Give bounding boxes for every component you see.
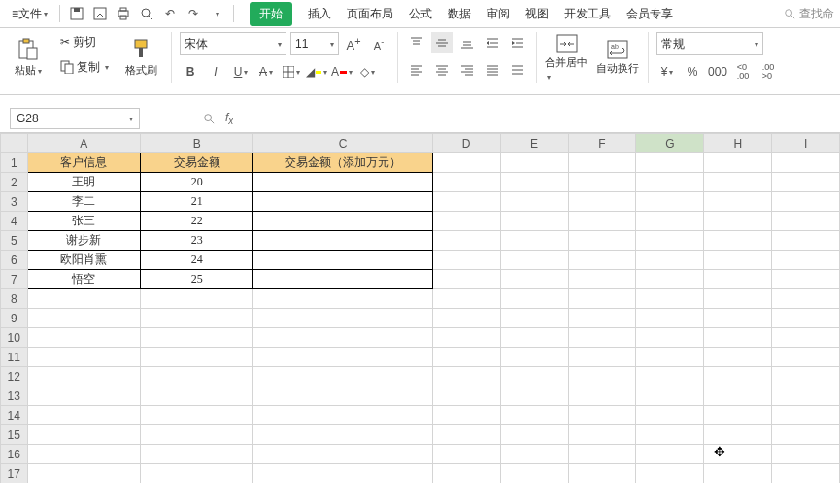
cell-A16[interactable] (27, 445, 140, 464)
cell-D15[interactable] (432, 425, 500, 445)
fx-icon[interactable]: fx (225, 111, 233, 126)
tab-view[interactable]: 视图 (525, 2, 549, 26)
tab-formula[interactable]: 公式 (409, 2, 432, 26)
cell-F12[interactable] (568, 367, 636, 386)
tab-insert[interactable]: 插入 (308, 2, 331, 26)
row-header-6[interactable]: 6 (1, 251, 28, 270)
bold-button[interactable]: B (180, 61, 201, 83)
cell-D7[interactable] (432, 270, 500, 289)
cell-F4[interactable] (568, 212, 636, 231)
cell-F17[interactable] (568, 464, 636, 484)
cut-button[interactable]: ✂剪切 (56, 32, 113, 51)
select-all-corner[interactable] (1, 134, 28, 153)
cell-C10[interactable] (253, 328, 432, 348)
cell-A10[interactable] (27, 328, 140, 348)
cell-G2[interactable] (636, 173, 704, 192)
cell-C16[interactable] (253, 445, 432, 464)
expand-formula-icon[interactable] (198, 108, 219, 129)
cell-H12[interactable] (704, 367, 772, 386)
cell-C13[interactable] (253, 386, 432, 406)
cell-F14[interactable] (568, 406, 636, 425)
col-header-I[interactable]: I (772, 134, 840, 153)
row-header-9[interactable]: 9 (1, 309, 28, 328)
print-icon[interactable] (113, 3, 134, 24)
format-painter-button[interactable]: 格式刷 (118, 32, 163, 83)
cell-D17[interactable] (432, 464, 500, 484)
cell-G12[interactable] (636, 367, 704, 386)
cell-F3[interactable] (568, 192, 636, 212)
col-header-D[interactable]: D (432, 134, 500, 153)
cell-E17[interactable] (500, 464, 568, 484)
row-header-16[interactable]: 16 (1, 445, 28, 464)
cell-E3[interactable] (500, 192, 568, 212)
name-box[interactable]: G28 ▾ (10, 108, 140, 129)
col-header-C[interactable]: C (253, 134, 432, 153)
row-header-14[interactable]: 14 (1, 406, 28, 425)
cell-I16[interactable] (772, 445, 840, 464)
cell-F8[interactable] (568, 289, 636, 309)
align-right-button[interactable] (456, 59, 478, 81)
align-bottom-button[interactable] (456, 32, 478, 53)
row-header-12[interactable]: 12 (1, 367, 28, 386)
cell-G13[interactable] (636, 386, 704, 406)
cell-B7[interactable]: 25 (140, 270, 252, 289)
cell-B14[interactable] (140, 406, 252, 425)
cell-B1[interactable]: 交易金额 (140, 153, 252, 173)
cell-H7[interactable] (704, 270, 772, 289)
cell-F15[interactable] (568, 425, 636, 445)
cell-D4[interactable] (432, 212, 500, 231)
cell-C1[interactable]: 交易金额（添加万元） (253, 153, 432, 173)
cell-B12[interactable] (140, 367, 252, 386)
cell-H13[interactable] (704, 386, 772, 406)
cell-D10[interactable] (432, 328, 500, 348)
cell-D16[interactable] (432, 445, 500, 464)
cell-A13[interactable] (27, 386, 140, 406)
cell-F13[interactable] (568, 386, 636, 406)
cell-D8[interactable] (432, 289, 500, 309)
cell-E4[interactable] (500, 212, 568, 231)
cell-C14[interactable] (253, 406, 432, 425)
quick-access-dropdown[interactable]: ▾ (206, 3, 227, 24)
col-header-F[interactable]: F (568, 134, 636, 153)
orientation-button[interactable] (507, 59, 528, 81)
cell-B10[interactable] (140, 328, 252, 348)
cell-G1[interactable] (636, 153, 704, 173)
decrease-decimal-button[interactable]: .00>0 (757, 61, 779, 83)
cell-A6[interactable]: 欧阳肖熏 (27, 251, 140, 270)
cell-F16[interactable] (568, 445, 636, 464)
cell-A17[interactable] (27, 464, 140, 484)
cell-D14[interactable] (432, 406, 500, 425)
increase-decimal-button[interactable]: <0.00 (732, 61, 754, 83)
cell-H11[interactable] (704, 348, 772, 367)
cell-H1[interactable] (704, 153, 772, 173)
cell-B16[interactable] (140, 445, 252, 464)
cell-D9[interactable] (432, 309, 500, 328)
cell-E10[interactable] (500, 328, 568, 348)
col-header-G[interactable]: G (636, 134, 704, 153)
cell-G3[interactable] (636, 192, 704, 212)
col-header-B[interactable]: B (140, 134, 252, 153)
clear-format-button[interactable]: ◇▾ (356, 61, 378, 83)
cell-A15[interactable] (27, 425, 140, 445)
cell-I13[interactable] (772, 386, 840, 406)
font-color-button[interactable]: A▾ (331, 61, 353, 83)
cell-A7[interactable]: 悟空 (27, 270, 140, 289)
cell-F1[interactable] (568, 153, 636, 173)
row-header-5[interactable]: 5 (1, 231, 28, 251)
italic-button[interactable]: I (205, 61, 226, 83)
cell-I3[interactable] (772, 192, 840, 212)
cell-E13[interactable] (500, 386, 568, 406)
cell-C7[interactable] (253, 270, 432, 289)
cell-I4[interactable] (772, 212, 840, 231)
cell-E6[interactable] (500, 251, 568, 270)
cell-E2[interactable] (500, 173, 568, 192)
cell-I17[interactable] (772, 464, 840, 484)
cell-D6[interactable] (432, 251, 500, 270)
undo-button[interactable]: ↶ (159, 3, 181, 24)
cell-G17[interactable] (636, 464, 704, 484)
align-middle-button[interactable] (431, 32, 453, 53)
col-header-H[interactable]: H (704, 134, 772, 153)
cell-H16[interactable] (704, 445, 772, 464)
cell-D1[interactable] (432, 153, 500, 173)
tab-review[interactable]: 审阅 (487, 2, 510, 26)
